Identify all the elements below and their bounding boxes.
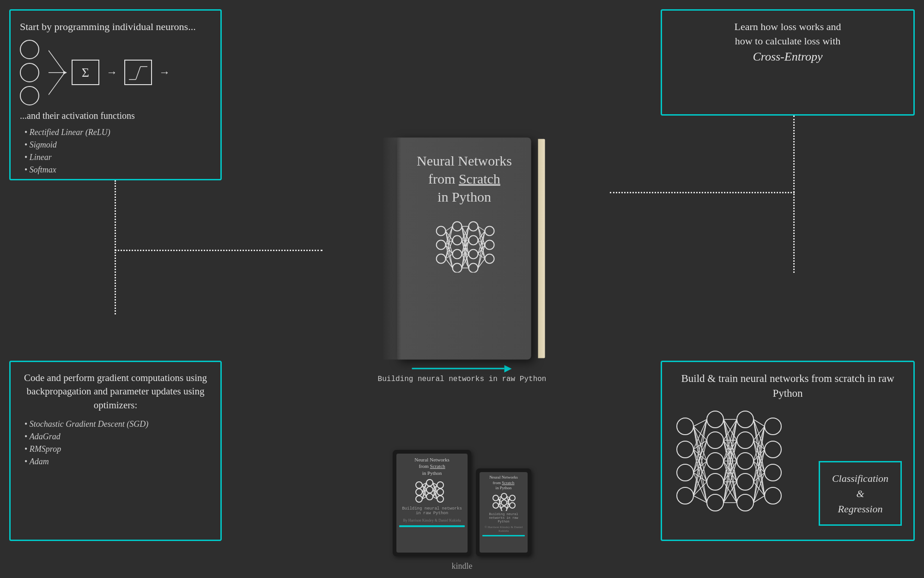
top-right-line1: Learn how loss works and: [735, 21, 841, 32]
neuron-circle-2: [20, 63, 39, 82]
svg-point-151: [437, 489, 444, 495]
svg-point-99: [469, 249, 478, 258]
neuron-diagram: Σ → →: [20, 40, 211, 105]
kindle-authors-small: © Harrison Kinsley & Daniel Kukieła: [482, 525, 525, 533]
svg-point-93: [453, 221, 462, 231]
svg-point-23: [765, 464, 781, 481]
teal-arrowhead: [505, 365, 512, 372]
svg-point-94: [453, 235, 462, 245]
sigma-symbol: Σ: [82, 65, 89, 80]
svg-point-172: [493, 503, 498, 508]
top-right-box: Learn how loss works and how to calculat…: [661, 9, 915, 116]
kindle-label: kindle: [452, 561, 473, 571]
activation-item-relu: Rectified Linear (ReLU): [24, 128, 211, 137]
svg-point-171: [493, 495, 498, 501]
svg-line-89: [754, 496, 765, 503]
svg-point-11: [707, 411, 723, 428]
book-title-line1: Neural Networks: [417, 153, 512, 168]
arrow-right-2: →: [159, 66, 170, 79]
subtitle-activation: ...and their activation functions: [20, 109, 211, 122]
svg-point-101: [485, 226, 494, 235]
svg-point-20: [737, 494, 754, 511]
activation-item-sigmoid: Sigmoid: [24, 140, 211, 150]
kindle-subtitle-large: Building neural networks in raw Python: [399, 506, 465, 516]
svg-point-9: [677, 464, 693, 481]
kindle-nn-svg: [413, 478, 450, 504]
page-container: Start by programming individual neurons.…: [0, 0, 924, 578]
svg-point-24: [765, 487, 781, 504]
cross-entropy-text: Cross-Entropy: [753, 50, 822, 63]
book-subtitle-text: Building neural networks in raw Python: [378, 375, 547, 383]
svg-point-7: [677, 418, 693, 435]
optimizer-rmsprop: RMSprop: [24, 444, 211, 454]
activation-svg: [127, 62, 150, 83]
svg-point-98: [469, 235, 478, 245]
svg-point-102: [485, 240, 494, 249]
dotted-line-h-right: [610, 192, 795, 193]
dotted-line-v-left: [115, 180, 116, 314]
svg-line-5: [136, 67, 140, 80]
svg-point-174: [501, 500, 507, 505]
optimizer-adagrad: AdaGrad: [24, 432, 211, 442]
svg-point-12: [707, 432, 723, 449]
kindle-screen-large: Neural Networksfrom Scratchin Python: [396, 454, 468, 553]
svg-point-16: [737, 411, 754, 428]
activation-item-linear: Linear: [24, 153, 211, 162]
classification-label: Classification: [832, 471, 888, 486]
kindle-scratch-2: Scratch: [502, 480, 514, 485]
neuron-circle-3: [20, 86, 39, 105]
svg-marker-3: [63, 71, 67, 74]
top-left-box: Start by programming individual neurons.…: [9, 9, 222, 180]
svg-point-149: [426, 493, 433, 500]
svg-point-95: [453, 249, 462, 258]
svg-point-90: [437, 226, 446, 235]
svg-point-144: [416, 482, 422, 488]
kindle-teal-bar: [399, 525, 465, 527]
classification-box: Classification & Regression: [819, 461, 902, 526]
svg-point-97: [469, 221, 478, 231]
svg-point-147: [426, 480, 433, 486]
svg-line-44: [693, 496, 707, 503]
kindle-subtitle-small: Building neural networks in raw Python: [482, 512, 525, 523]
top-left-title: Start by programming individual neurons.…: [20, 20, 211, 34]
svg-point-17: [737, 432, 754, 449]
kindle-nn-svg-small: [491, 492, 517, 511]
svg-point-14: [707, 473, 723, 490]
bottom-left-box: Code and perform gradient computations u…: [9, 361, 222, 541]
svg-point-15: [707, 494, 723, 511]
optimizer-sgd: Stochastic Gradient Descent (SGD): [24, 419, 211, 429]
book-area: Neural Networks from Scratch in Python: [378, 137, 547, 383]
dotted-line-v-right: [793, 116, 795, 273]
neuron-circles: [20, 40, 39, 105]
kindle-title-large: Neural Networksfrom Scratchin Python: [414, 456, 449, 476]
neuron-circle-1: [20, 40, 39, 59]
svg-point-100: [469, 263, 478, 272]
regression-label: Regression: [838, 501, 883, 517]
kindle-screen-small: Neural Networksfrom Scratchin Python: [480, 472, 528, 553]
dotted-line-h-bottom-left: [115, 250, 322, 251]
kindle-title-small: Neural Networksfrom Scratchin Python: [489, 475, 518, 491]
svg-line-0: [49, 50, 65, 73]
book-title: Neural Networks from Scratch in Python: [417, 151, 512, 205]
svg-point-152: [437, 496, 444, 502]
book-main: Neural Networks from Scratch in Python: [397, 137, 531, 359]
svg-point-19: [737, 473, 754, 490]
svg-line-25: [693, 419, 707, 426]
kindle-device-small: Neural Networksfrom Scratchin Python: [476, 468, 531, 556]
svg-point-13: [707, 453, 723, 469]
svg-point-146: [416, 496, 422, 502]
book-nn-svg: [432, 217, 497, 272]
teal-arrow-row: [412, 365, 512, 372]
svg-point-10: [677, 487, 693, 504]
svg-point-91: [437, 240, 446, 249]
top-right-title: Learn how loss works and how to calculat…: [671, 20, 904, 65]
arrows-svg: [49, 40, 67, 105]
svg-point-175: [501, 506, 507, 511]
and-label: &: [856, 486, 864, 501]
svg-point-8: [677, 441, 693, 458]
svg-line-2: [49, 73, 65, 95]
bottom-left-title: Code and perform gradient computations u…: [20, 371, 211, 412]
kindle-area: Neural Networksfrom Scratchin Python: [393, 450, 531, 571]
book-page-edge: [538, 139, 545, 358]
large-nn-svg: [671, 408, 782, 514]
